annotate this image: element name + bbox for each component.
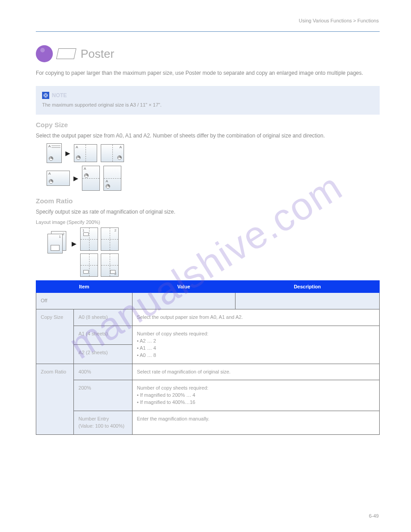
cell-value: Number Entry (Value: 100 to 400%) xyxy=(74,411,132,435)
lead-text: For copying to paper larger than the max… xyxy=(36,69,380,77)
note-box: NOTE The maximum supported original size… xyxy=(36,86,380,115)
cell-value: 400% xyxy=(74,364,132,380)
cell-item: Off xyxy=(36,292,133,309)
arrow-icon: ▶ xyxy=(72,240,77,247)
cell-desc xyxy=(235,292,379,309)
cell-item-group: Zoom Ratio xyxy=(36,364,74,435)
note-text: The maximum supported original size is A… xyxy=(42,101,373,109)
th-desc: Description xyxy=(235,280,379,292)
parallelogram-icon xyxy=(56,48,76,59)
thumb-out-tall-left: A xyxy=(82,166,100,191)
arrow-icon: ▶ xyxy=(65,150,70,157)
note-label: NOTE xyxy=(52,91,67,99)
thumb-original-portrait: A xyxy=(47,143,62,163)
thumb-quad-2: 2 xyxy=(101,227,119,251)
cell-value: A2 (2 sheets) xyxy=(74,345,132,364)
cell-value: 200% xyxy=(74,380,132,411)
cell-desc: Number of copy sheets required: • A2 … 2… xyxy=(132,326,379,364)
thumb-out-tall-right: A xyxy=(103,166,121,191)
ratio-body: Specify output size as rate of magnifica… xyxy=(36,208,380,216)
table-row: 200% Number of copy sheets required: • I… xyxy=(36,380,380,411)
thumb-quad-1: 1 xyxy=(80,227,98,251)
thumb-original-landscape: A xyxy=(47,171,70,186)
title-row: Poster xyxy=(36,45,380,62)
cell-desc: Select rate of magnification of original… xyxy=(132,364,379,380)
copysize-diagram-row-1: A ▶ A A xyxy=(47,143,380,163)
subhead-zoomratio: Zoom Ratio xyxy=(36,197,380,205)
thumb-quad-4: 2 xyxy=(101,253,119,277)
cell-desc: Number of copy sheets required: • If mag… xyxy=(132,380,379,411)
table-row: Zoom Ratio 400% Select rate of magnifica… xyxy=(36,364,380,380)
cell-desc: Enter the magnification manually. xyxy=(132,411,379,435)
layout-caption: Layout image (Specify 200%) xyxy=(36,219,380,225)
cell-item-group: Copy Size xyxy=(36,309,74,364)
header-breadcrumb: Using Various Functions > Functions xyxy=(299,18,379,23)
header-rule xyxy=(36,31,380,32)
table-row: Off xyxy=(36,292,380,309)
copysize-diagram-row-2: A ▶ A A xyxy=(47,166,380,191)
cell-value: A1 (4 sheets) xyxy=(74,326,132,344)
cell-value: A0 (8 sheets) xyxy=(74,309,132,326)
copysize-body: Select the output paper size from A0, A1… xyxy=(36,132,380,140)
thumb-out-left-top: A xyxy=(74,144,97,162)
table-row: Number Entry (Value: 100 to 400%) Enter … xyxy=(36,411,380,435)
th-item: Item xyxy=(36,280,133,292)
cell-desc: Select the output paper size from A0, A1… xyxy=(132,309,379,326)
th-value: Value xyxy=(132,280,235,292)
ratio-diagram: 2 1 ▶ 1 2 xyxy=(47,227,380,277)
section-dot-icon xyxy=(36,45,53,62)
page-number: 6-49 xyxy=(369,513,379,519)
arrow-icon: ▶ xyxy=(73,175,78,182)
note-icon xyxy=(42,92,49,99)
options-table: Item Value Description Off Copy Size A0 … xyxy=(36,280,380,435)
thumb-stack-front: 1 xyxy=(47,234,63,253)
cell-value xyxy=(132,292,235,309)
table-row: A1 (4 sheets) Number of copy sheets requ… xyxy=(36,326,380,344)
thumb-out-right-top: A xyxy=(101,144,124,162)
subhead-copysize: Copy Size xyxy=(36,121,380,129)
thumb-quad-3 xyxy=(80,253,98,277)
table-row: Copy Size A0 (8 sheets) Select the outpu… xyxy=(36,309,380,326)
page-title: Poster xyxy=(81,47,114,61)
